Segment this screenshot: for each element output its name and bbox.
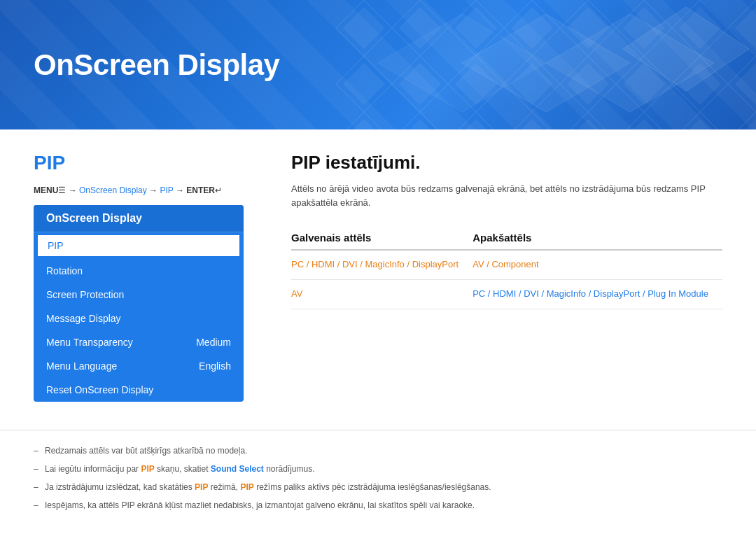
table-row: AV PC / HDMI / DVI / MagicInfo / Display…: [291, 279, 722, 309]
arrow-1: →: [69, 185, 79, 195]
note-pip-2: PIP: [195, 482, 208, 492]
right-column: PIP iestatījumi. Attēls no ārējā video a…: [291, 152, 722, 402]
menu-item-screen-protection[interactable]: Screen Protection: [34, 283, 244, 307]
table-col2-header: Apakšattēls: [472, 226, 722, 250]
menu-item-pip[interactable]: PIP: [36, 234, 241, 258]
menu-item-menu-language-label: Menu Language: [46, 360, 117, 372]
menu-item-pip-label: PIP: [48, 240, 64, 251]
menu-item-menu-transparency-label: Menu Transparency: [46, 337, 133, 348]
section-title: PIP: [34, 152, 258, 174]
menu-item-rotation-label: Rotation: [46, 265, 83, 276]
menu-item-reset-label: Reset OnScreen Display: [46, 384, 153, 395]
diamond-pattern: [336, 0, 756, 129]
table-row2-col2: PC / HDMI / DVI / MagicInfo / DisplayPor…: [472, 279, 722, 309]
menu-item-rotation[interactable]: Rotation: [34, 259, 244, 283]
header-banner: OnScreen Display: [0, 0, 756, 129]
menu-item-message-display[interactable]: Message Display: [34, 307, 244, 330]
menu-item-screen-protection-label: Screen Protection: [46, 289, 124, 300]
pip-table: Galvenais attēls Apakšattēls PC / HDMI /…: [291, 226, 722, 309]
note-pip-3: PIP: [240, 482, 253, 492]
content-title: PIP iestatījumi.: [291, 152, 722, 174]
menu-label: MENU☰: [34, 185, 66, 195]
menu-path: MENU☰ → OnScreen Display → PIP → ENTER↵: [34, 185, 258, 195]
menu-item-menu-language[interactable]: Menu Language English: [34, 354, 244, 378]
content-description: Attēls no ārējā video avota būs redzams …: [291, 182, 722, 209]
table-row: PC / HDMI / DVI / MagicInfo / DisplayPor…: [291, 250, 722, 279]
menu-box-header: OnScreen Display: [34, 205, 244, 232]
menu-item-menu-transparency-value: Medium: [196, 337, 231, 348]
table-col1-header: Galvenais attēls: [291, 226, 472, 250]
menu-item-message-display-label: Message Display: [46, 313, 121, 324]
menu-item-menu-transparency[interactable]: Menu Transparency Medium: [34, 330, 244, 354]
note-item-2: Lai iegūtu informāciju par PIP skaņu, sk…: [34, 463, 722, 475]
path-pip: PIP: [160, 185, 173, 195]
menu-box: OnScreen Display PIP Rotation Screen Pro…: [34, 205, 244, 402]
path-onscreen: OnScreen Display: [79, 185, 147, 195]
menu-item-reset[interactable]: Reset OnScreen Display: [34, 378, 244, 402]
left-column: PIP MENU☰ → OnScreen Display → PIP → ENT…: [34, 152, 258, 402]
note-pip-1: PIP: [141, 464, 154, 474]
note-item-4: Iespējams, ka attēls PIP ekrānā kļūst ma…: [34, 499, 722, 512]
note-item-1: Redzamais attēls var būt atšķirīgs atkar…: [34, 444, 722, 457]
table-row2-col2-text: PC / HDMI / DVI / MagicInfo / DisplayPor…: [472, 288, 708, 299]
table-row1-col2: AV / Component: [472, 250, 722, 279]
notes-section: Redzamais attēls var būt atšķirīgs atkar…: [0, 430, 756, 534]
table-row1-col1: PC / HDMI / DVI / MagicInfo / DisplayPor…: [291, 250, 472, 279]
page-title: OnScreen Display: [34, 48, 279, 82]
note-sound-select: Sound Select: [211, 464, 264, 474]
arrow-2: →: [149, 185, 160, 195]
arrow-3: →: [176, 185, 186, 195]
menu-item-menu-language-value: English: [199, 360, 231, 372]
path-enter: ENTER↵: [186, 185, 222, 195]
table-row2-col1: AV: [291, 279, 472, 309]
note-item-3: Ja izstrādājumu izslēdzat, kad skatāties…: [34, 481, 722, 493]
main-content: PIP MENU☰ → OnScreen Display → PIP → ENT…: [0, 129, 756, 424]
